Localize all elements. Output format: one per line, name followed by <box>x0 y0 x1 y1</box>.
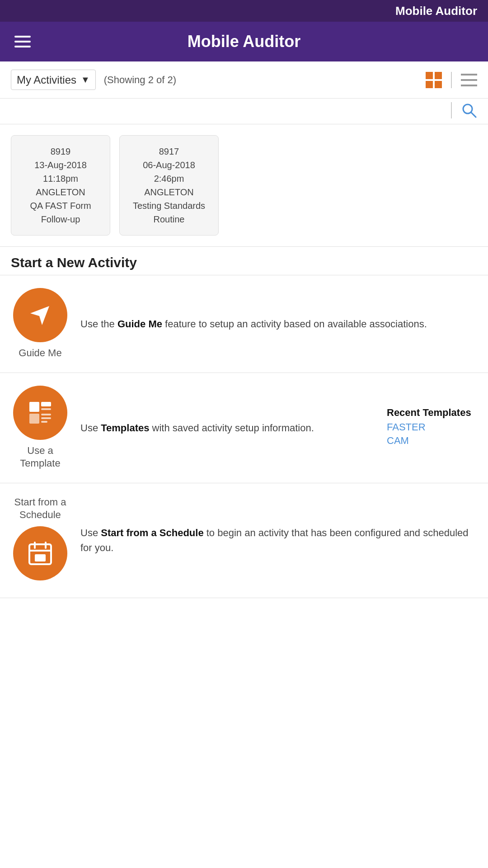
guide-me-option[interactable]: Guide Me Use the Guide Me feature to set… <box>0 275 488 373</box>
guide-me-label: Guide Me <box>19 347 61 360</box>
table-row[interactable]: 8919 13-Aug-2018 11:18pm ANGLETON QA FAS… <box>11 135 110 236</box>
card-date: 06-Aug-2018 2:46pm <box>127 158 211 185</box>
start-schedule-top-label: Start from aSchedule <box>14 496 66 522</box>
guide-me-description: Use the Guide Me feature to setup an act… <box>80 316 477 331</box>
svg-rect-3 <box>435 81 442 88</box>
view-divider <box>451 72 452 88</box>
use-template-left: Use aTemplate <box>11 386 70 470</box>
new-activity-title: Start a New Activity <box>0 247 488 275</box>
activity-cards-grid: 8919 13-Aug-2018 11:18pm ANGLETON QA FAS… <box>0 124 488 246</box>
card-id: 8917 <box>159 145 179 158</box>
svg-rect-15 <box>41 417 51 419</box>
svg-rect-4 <box>461 74 477 75</box>
svg-rect-13 <box>41 408 51 410</box>
search-divider <box>451 102 452 118</box>
guide-me-icon-circle <box>13 288 67 342</box>
card-form: QA FAST Form <box>30 199 91 212</box>
card-type: Follow-up <box>41 212 80 226</box>
svg-rect-11 <box>29 414 39 424</box>
calendar-icon <box>26 539 55 568</box>
list-view-icon[interactable] <box>461 72 477 88</box>
svg-rect-10 <box>29 402 39 412</box>
table-row[interactable]: 8917 06-Aug-2018 2:46pm ANGLETON Testing… <box>119 135 219 236</box>
use-template-description: Use Templates with saved activity setup … <box>80 420 365 435</box>
filter-bar: My Activities All Activities ▼ (Showing … <box>0 61 488 99</box>
recent-templates-panel: Recent Templates FASTER CAM <box>387 407 477 448</box>
svg-rect-2 <box>426 81 433 88</box>
filter-arrow-icon: ▼ <box>81 75 90 85</box>
svg-line-8 <box>471 113 476 117</box>
card-form: Testing Standards <box>133 199 205 212</box>
status-bar: Mobile Auditor <box>0 0 488 22</box>
use-template-label: Use aTemplate <box>20 444 60 470</box>
app-header: Mobile Auditor <box>0 22 488 61</box>
svg-rect-12 <box>41 402 51 406</box>
search-icon[interactable] <box>461 102 477 120</box>
status-bar-title: Mobile Auditor <box>395 4 477 18</box>
start-schedule-left: Start from aSchedule <box>11 496 70 585</box>
activity-filter-wrapper[interactable]: My Activities All Activities ▼ <box>11 70 96 90</box>
svg-rect-0 <box>426 72 433 79</box>
template-link-cam[interactable]: CAM <box>387 435 477 447</box>
card-id: 8919 <box>51 145 71 158</box>
card-type: Routine <box>154 212 185 226</box>
navigation-icon <box>27 302 54 329</box>
start-schedule-option[interactable]: Start from aSchedule Use Start from a Sc… <box>0 483 488 598</box>
grid-view-icon[interactable] <box>426 72 442 88</box>
template-icon <box>26 398 55 427</box>
svg-rect-16 <box>41 421 47 423</box>
svg-rect-14 <box>41 414 51 415</box>
svg-rect-21 <box>35 554 46 561</box>
recent-templates-label: Recent Templates <box>387 407 477 419</box>
template-link-faster[interactable]: FASTER <box>387 421 477 433</box>
activity-filter-select[interactable]: My Activities All Activities <box>17 74 77 86</box>
svg-rect-6 <box>461 85 477 86</box>
card-date: 13-Aug-2018 11:18pm <box>19 158 103 185</box>
start-schedule-description: Use Start from a Schedule to begin an ac… <box>80 525 477 555</box>
showing-count: (Showing 2 of 2) <box>104 74 176 86</box>
card-location: ANGLETON <box>144 185 194 199</box>
svg-rect-5 <box>461 79 477 81</box>
view-toggle <box>426 72 477 88</box>
svg-marker-9 <box>30 306 49 325</box>
svg-rect-1 <box>435 72 442 79</box>
search-bar <box>0 99 488 124</box>
card-location: ANGLETON <box>36 185 85 199</box>
use-template-option[interactable]: Use aTemplate Use Templates with saved a… <box>0 373 488 483</box>
start-schedule-icon-circle <box>13 526 67 580</box>
guide-me-left: Guide Me <box>11 288 70 360</box>
hamburger-menu[interactable] <box>14 36 31 47</box>
use-template-icon-circle <box>13 386 67 440</box>
header-title: Mobile Auditor <box>188 32 301 51</box>
